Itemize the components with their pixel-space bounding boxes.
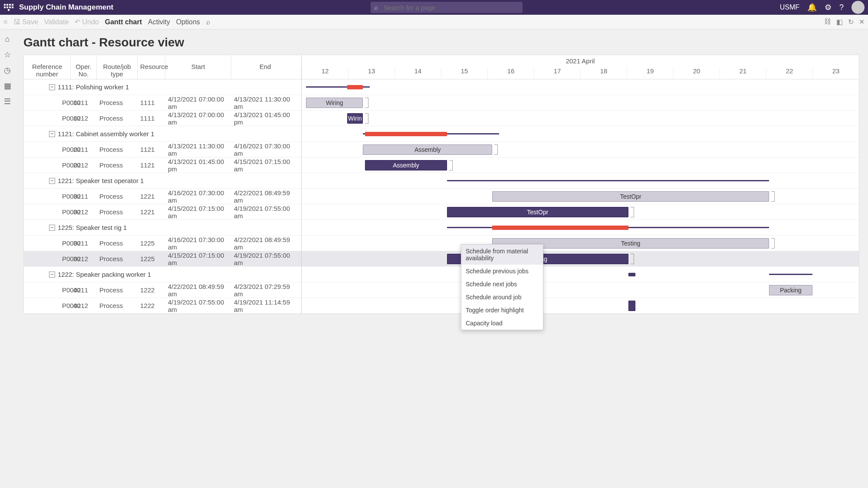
collapse-icon[interactable]: − — [49, 272, 55, 278]
timeline-day: 23 — [812, 67, 859, 79]
table-row[interactable]: P00021240Process12224/19/2021 07:55:00 a… — [24, 298, 301, 314]
cell-ref: P000211 — [24, 146, 71, 153]
timeline-day: 15 — [441, 67, 487, 79]
link-bracket — [365, 98, 368, 108]
cell-ref: P000211 — [24, 239, 71, 247]
refresh-icon[interactable]: ↻ — [848, 18, 854, 26]
group-label: 1111: Polishing worker 1 — [58, 83, 129, 91]
timeline-day: 22 — [766, 67, 812, 79]
table-row[interactable]: P00021130Process12254/16/2021 07:30:00 a… — [24, 236, 301, 251]
menu-schedule-material[interactable]: Schedule from material availability — [461, 245, 543, 265]
menu-toggle-highlight[interactable]: Toggle order highlight — [461, 304, 543, 317]
toolbar-search-icon[interactable]: ⌕ — [206, 18, 210, 26]
cell-op: 30 — [71, 239, 97, 247]
modules-icon[interactable]: ☰ — [4, 97, 11, 106]
company-label[interactable]: USMF — [780, 3, 799, 11]
timeline-row[interactable]: Wirin — [302, 111, 859, 126]
undo-button[interactable]: ↶ Undo — [75, 18, 99, 26]
recent-icon[interactable]: ◷ — [4, 66, 11, 75]
col-header-route[interactable]: Route/job type — [97, 55, 138, 79]
gantt-bar[interactable]: Wiring — [306, 98, 363, 108]
gear-icon[interactable]: ⚙ — [825, 3, 832, 12]
cell-op: 10 — [71, 115, 97, 122]
group-row[interactable]: −1221: Speaker test operator 1 — [24, 173, 301, 189]
cell-ref: P000212 — [24, 302, 71, 309]
table-row[interactable]: P00021230Process12254/15/2021 07:15:00 a… — [24, 251, 301, 267]
table-row[interactable]: P00021120Process11214/13/2021 11:30:00 a… — [24, 142, 301, 157]
table-row[interactable]: P00021130Process12214/16/2021 07:30:00 a… — [24, 189, 301, 204]
timeline-row[interactable]: Testing — [302, 236, 859, 251]
save-button[interactable]: 🖫 Save — [13, 18, 38, 26]
page-title: Gantt chart - Resource view — [23, 36, 859, 49]
collapse-icon[interactable]: − — [49, 225, 55, 231]
search-icon: ⌕ — [374, 3, 378, 11]
timeline-row[interactable]: Testing — [302, 251, 859, 267]
gantt-bar[interactable]: Assembly — [363, 144, 492, 155]
group-row[interactable]: −1222: Speaker packing worker 1 — [24, 267, 301, 282]
timeline-row[interactable]: Wiring — [302, 95, 859, 111]
avatar[interactable] — [852, 1, 865, 14]
gantt-bar[interactable]: Wirin — [347, 113, 363, 124]
table-row[interactable]: P00021220Process11214/13/2021 01:45:00 p… — [24, 157, 301, 173]
col-header-resource[interactable]: Resource — [138, 55, 165, 79]
dock-icon[interactable]: ◧ — [836, 18, 843, 26]
timeline-row[interactable]: TestOpr — [302, 189, 859, 204]
cell-end: 4/19/2021 07:55:00 am — [231, 252, 299, 266]
apps-icon[interactable] — [3, 2, 14, 13]
timeline-row[interactable]: Assembly — [302, 157, 859, 173]
menu-capacity-load[interactable]: Capacity load — [461, 317, 543, 330]
timeline-row[interactable]: Assembly — [302, 142, 859, 157]
table-row[interactable]: P00021230Process12214/15/2021 07:15:00 a… — [24, 204, 301, 220]
link-icon[interactable]: ⛓ — [824, 18, 831, 26]
timeline-row[interactable]: TestOpr — [302, 204, 859, 220]
tab-gantt-chart[interactable]: Gantt chart — [105, 18, 142, 26]
link-bracket — [365, 113, 368, 124]
home-icon[interactable]: ⌂ — [5, 35, 10, 44]
cell-start: 4/22/2021 08:49:59 am — [165, 283, 231, 298]
col-header-ref[interactable]: Reference number — [24, 55, 71, 79]
cell-route: Process — [97, 239, 138, 247]
gantt-bar[interactable]: TestOpr — [492, 191, 769, 202]
close-icon[interactable]: ✕ — [859, 18, 865, 26]
timeline-row[interactable] — [302, 298, 859, 314]
search-input[interactable] — [371, 2, 523, 13]
gantt-bar[interactable]: Assembly — [365, 160, 447, 170]
gantt-bar[interactable]: TestOpr — [447, 207, 628, 217]
timeline-day: 20 — [673, 67, 720, 79]
star-icon[interactable]: ☆ — [4, 50, 11, 59]
group-row[interactable]: −1225: Speaker test rig 1 — [24, 220, 301, 236]
timeline-row[interactable]: Packing — [302, 282, 859, 298]
link-bracket — [631, 254, 634, 264]
table-row[interactable]: P00021110Process11114/12/2021 07:00:00 a… — [24, 95, 301, 111]
collapse-icon[interactable]: − — [49, 178, 55, 184]
col-header-start[interactable]: Start — [165, 55, 231, 79]
left-rail: ⌂ ☆ ◷ ▦ ☰ — [0, 29, 15, 488]
gantt-bar[interactable]: Packing — [769, 285, 812, 295]
collapse-icon[interactable]: − — [49, 131, 55, 137]
cell-route: Process — [97, 255, 138, 262]
group-row[interactable]: −1121: Cabinet assembly worker 1 — [24, 126, 301, 142]
workspace-icon[interactable]: ▦ — [4, 81, 11, 91]
group-row[interactable]: −1111: Polishing worker 1 — [24, 79, 301, 95]
col-header-op[interactable]: Oper. No. — [71, 55, 97, 79]
bell-icon[interactable]: 🔔 — [807, 3, 817, 12]
hamburger-icon[interactable]: ≡ — [3, 18, 7, 26]
tab-activity[interactable]: Activity — [148, 18, 170, 26]
cell-res: 1111 — [138, 115, 165, 122]
menu-schedule-around[interactable]: Schedule around job — [461, 291, 543, 304]
timeline-body[interactable]: WiringWirinAssemblyAssemblyTestOprTestOp… — [302, 79, 859, 314]
col-header-end[interactable]: End — [231, 55, 299, 79]
help-icon[interactable]: ? — [839, 3, 844, 12]
tab-options[interactable]: Options — [176, 18, 200, 26]
cell-res: 1111 — [138, 99, 165, 106]
gantt-bar[interactable] — [628, 301, 635, 311]
toolbar: ≡ 🖫 Save Validate ↶ Undo Gantt chart Act… — [0, 15, 868, 29]
validate-button[interactable]: Validate — [44, 18, 69, 26]
cell-start: 4/13/2021 07:00:00 am — [165, 111, 231, 126]
table-row[interactable]: P00021140Process12224/22/2021 08:49:59 a… — [24, 282, 301, 298]
table-row[interactable]: P00021210Process11114/13/2021 07:00:00 a… — [24, 111, 301, 126]
menu-schedule-previous[interactable]: Schedule previous jobs — [461, 265, 543, 278]
collapse-icon[interactable]: − — [49, 84, 55, 90]
menu-schedule-next[interactable]: Schedule next jobs — [461, 278, 543, 291]
context-menu: Schedule from material availability Sche… — [461, 244, 543, 330]
